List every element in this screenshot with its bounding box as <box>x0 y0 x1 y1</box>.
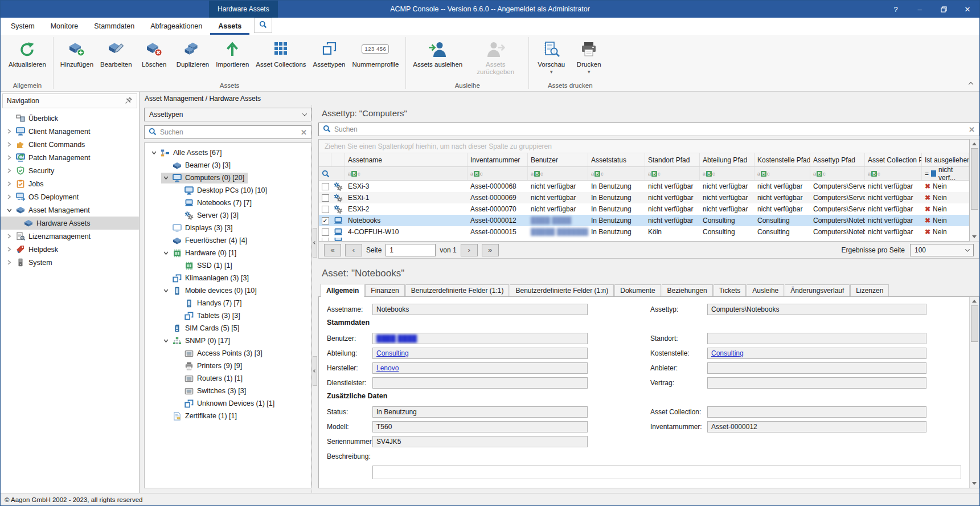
nav-item-jobs[interactable]: Jobs <box>1 177 139 190</box>
pin-icon[interactable] <box>125 96 133 106</box>
last-page-button[interactable]: » <box>482 244 499 256</box>
window-tab[interactable]: Hardware Assets <box>209 1 278 18</box>
tree-node-ssd[interactable]: SSD (1) [1] <box>145 259 311 272</box>
modell-field[interactable]: T560 <box>372 421 588 432</box>
scrollbar-thumb[interactable] <box>971 305 978 342</box>
assettypes-dropdown[interactable]: Assettypen <box>144 108 311 121</box>
filter-search-icon[interactable] <box>319 167 345 180</box>
ribbon-button-hinzufugen[interactable]: Hinzufügen <box>57 36 97 68</box>
ribbon-button-vorschau[interactable]: Vorschau▾ <box>532 36 570 75</box>
tab-ausleihe[interactable]: Ausleihe <box>747 284 784 296</box>
tree-node-access-points[interactable]: Access Points (3) [3] <box>145 347 311 360</box>
nav-item-hardware-assets[interactable]: Hardware Assets <box>1 217 139 230</box>
chevron-down-icon[interactable] <box>162 251 169 255</box>
panel-splitter[interactable] <box>311 105 317 493</box>
column-header-standort-pfad[interactable]: Standort Pfad <box>645 153 700 166</box>
chevron-down-icon[interactable] <box>6 208 13 213</box>
scroll-down-icon[interactable] <box>972 479 977 488</box>
nav-item-asset-management[interactable]: Asset Management <box>1 203 139 217</box>
menu-item-abfrageaktionen[interactable]: Abfrageaktionen <box>142 18 210 35</box>
grid-vertical-scrollbar[interactable] <box>970 139 979 242</box>
close-button[interactable]: ✕ <box>956 1 979 18</box>
tree-node-printers[interactable]: Printers (9) [9] <box>145 360 311 372</box>
seriennummer-field[interactable]: SV4JK5 <box>372 436 588 447</box>
table-row-esxi-3[interactable]: ESXi-3Asset-0000068nicht verfügbarIn Ben… <box>319 181 969 192</box>
filter-abteilung-pfad[interactable]: aBc <box>700 167 755 180</box>
nav-item-client-commands[interactable]: Client Commands <box>1 138 139 151</box>
filter-standort-pfad[interactable]: aBc <box>645 167 700 180</box>
tree-node-computers[interactable]: Computers (0) [20] <box>145 172 311 184</box>
first-page-button[interactable]: « <box>324 244 341 256</box>
menu-search-button[interactable] <box>254 18 272 33</box>
benutzer-field[interactable]: ████ ████ <box>372 333 588 344</box>
chevron-right-icon[interactable] <box>6 168 13 173</box>
tree-node-notebooks[interactable]: Notebooks (7) [7] <box>145 197 311 209</box>
tree-node-klimaanlagen[interactable]: Klimaanlagen (3) [3] <box>145 272 311 284</box>
chevron-right-icon[interactable] <box>6 234 13 239</box>
clear-search-icon[interactable]: ✕ <box>969 125 975 134</box>
ribbon-button-duplizieren[interactable]: Duplizieren <box>173 36 213 68</box>
tree-node-alle-assets[interactable]: Alle Assets [67] <box>145 146 311 159</box>
tab-lizenzen[interactable]: Lizenzen <box>850 284 889 296</box>
tree-node-tablets[interactable]: Tablets (3) [3] <box>145 309 311 322</box>
nav-item-uberblick[interactable]: Überblick <box>1 112 139 125</box>
clear-search-icon[interactable]: ✕ <box>301 128 307 137</box>
hersteller-field[interactable]: Lenovo <box>372 362 588 374</box>
tab-anderungsverlauf[interactable]: Änderungsverlauf <box>785 284 850 296</box>
nav-item-helpdesk[interactable]: Helpdesk <box>1 243 139 256</box>
ribbon-button-bearbeiten[interactable]: Bearbeiten <box>97 36 136 68</box>
column-header-kostenstelle-pfad[interactable]: Kostenstelle Pfad <box>755 153 810 166</box>
tree-search-input[interactable]: Suchen ✕ <box>144 125 311 139</box>
ribbon-button-drucken[interactable]: Drucken▾ <box>570 36 608 75</box>
menu-item-assets[interactable]: Assets <box>210 18 249 35</box>
scrollbar-thumb[interactable] <box>971 148 978 210</box>
nav-item-lizenzmanagement[interactable]: Lizenzmanagement <box>1 230 139 243</box>
column-header-abteilung-pfad[interactable]: Abteilung Pfad <box>700 153 755 166</box>
table-row-esxi-2[interactable]: ESXi-2Asset-0000070nicht verfügbarIn Ben… <box>319 203 969 215</box>
column-header-benutzer[interactable]: Benutzer <box>528 153 588 166</box>
column-header-asset-collection-pfad[interactable]: Asset Collection Pfad <box>865 153 922 166</box>
scroll-up-icon[interactable] <box>972 140 977 148</box>
kostenstelle-field[interactable]: Consulting <box>707 348 926 359</box>
scroll-down-icon[interactable] <box>972 232 977 241</box>
tree-node-feuerloscher[interactable]: Feuerlöscher (4) [4] <box>145 234 311 247</box>
prev-page-button[interactable]: ‹ <box>345 244 362 256</box>
nav-item-system[interactable]: System <box>1 256 139 269</box>
chevron-right-icon[interactable] <box>6 155 13 160</box>
chevron-right-icon[interactable] <box>6 181 13 186</box>
status-field[interactable]: In Benutzung <box>372 406 588 418</box>
ribbon-button-assets-ausleihen[interactable]: Assets ausleihen <box>409 36 466 68</box>
tab-beziehungen[interactable]: Beziehungen <box>662 284 713 296</box>
tab-benutzerdefinierte-felder-1-n[interactable]: Benutzerdefinierte Felder (1:n) <box>510 284 614 296</box>
ribbon-button-loschen[interactable]: Löschen <box>136 36 173 68</box>
standort-field[interactable] <box>707 333 926 344</box>
chevron-right-icon[interactable] <box>6 247 13 252</box>
nav-item-security[interactable]: Security <box>1 164 139 177</box>
tree-node-displays[interactable]: Displays (3) [3] <box>145 222 311 234</box>
tree-node-hardware[interactable]: Hardware (0) [1] <box>145 247 311 259</box>
menu-item-stammdaten[interactable]: Stammdaten <box>86 18 142 35</box>
menu-item-system[interactable]: System <box>3 18 43 35</box>
chevron-down-icon[interactable] <box>150 150 157 155</box>
tree-node-routers[interactable]: Routers (1) [1] <box>145 372 311 385</box>
benutzer-link[interactable]: ████ ████ <box>376 334 417 342</box>
filter-inventarnummer[interactable]: aBc <box>468 167 528 180</box>
row-checkbox[interactable] <box>322 206 329 213</box>
filter-benutzer[interactable]: aBc <box>528 167 588 180</box>
scroll-up-icon[interactable] <box>972 297 977 305</box>
grid-search-input[interactable]: Suchen ✕ <box>318 123 979 136</box>
tree-node-zertifikate[interactable]: Zertifikate (1) [1] <box>145 410 311 422</box>
tree-node-snmp[interactable]: SNMP (0) [17] <box>145 334 311 347</box>
hersteller-link[interactable]: Lenovo <box>376 364 399 372</box>
column-header-inventarnummer[interactable]: Inventarnummer <box>468 153 528 166</box>
nav-item-os-deployment[interactable]: OS Deployment <box>1 190 139 203</box>
tab-dokumente[interactable]: Dokumente <box>614 284 661 296</box>
restore-icon[interactable] <box>932 1 956 18</box>
splitter-handle[interactable] <box>313 356 317 386</box>
ribbon-button-aktualisieren[interactable]: Aktualisieren <box>5 36 50 68</box>
column-header-ist-ausgeliehen[interactable]: Ist ausgeliehen <box>922 153 969 166</box>
kostenstelle-link[interactable]: Consulting <box>711 349 744 357</box>
ribbon-button-importieren[interactable]: Importieren <box>212 36 252 68</box>
tree-node-switches[interactable]: Switches (3) [3] <box>145 385 311 397</box>
tree-node-mobile-devices[interactable]: Mobile devices (0) [10] <box>145 284 311 297</box>
